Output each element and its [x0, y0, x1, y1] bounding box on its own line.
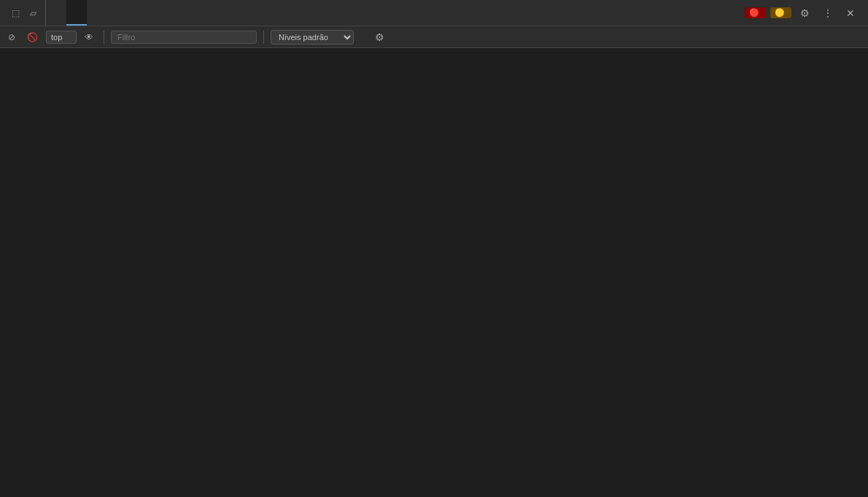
console-toolbar: ⊘ 🚫 top 👁 Níveis padrão ⚙ — [0, 26, 868, 48]
tab-performance-insights[interactable] — [250, 0, 271, 26]
tab-bar-right: 🔴 🟡 ⚙ ⋮ ✕ — [745, 6, 865, 20]
tab-bar: ⬚ ▱ 🔴 🟡 ⚙ ⋮ ✕ — [0, 0, 868, 26]
more-button[interactable]: ⋮ — [818, 6, 837, 20]
block-requests-button[interactable]: 🚫 — [23, 31, 42, 44]
tab-lighthouse[interactable] — [209, 0, 230, 26]
context-dropdown[interactable]: top — [46, 31, 77, 44]
tab-desempenho[interactable] — [128, 0, 148, 26]
tab-aplicativo[interactable] — [168, 0, 189, 26]
warning-badge[interactable]: 🟡 — [770, 7, 791, 18]
console-settings-button[interactable]: ⚙ — [371, 30, 388, 45]
filter-input[interactable] — [111, 31, 257, 44]
tab-rede[interactable] — [107, 0, 128, 26]
tab-elementos[interactable] — [46, 0, 66, 26]
close-devtools-button[interactable]: ✕ — [842, 6, 859, 20]
device-button[interactable]: ▱ — [27, 7, 39, 20]
toolbar-separator — [104, 31, 104, 44]
cursor-button[interactable]: ⬚ — [9, 7, 23, 20]
tab-seguranca[interactable] — [189, 0, 209, 26]
tab-recorder[interactable] — [230, 0, 250, 26]
toolbar-separator-2 — [263, 31, 264, 44]
log-levels-dropdown[interactable]: Níveis padrão — [271, 30, 354, 45]
console-output — [0, 48, 868, 497]
clear-console-button[interactable]: ⊘ — [4, 31, 19, 44]
error-badge[interactable]: 🔴 — [745, 7, 766, 18]
tab-console[interactable] — [66, 0, 87, 26]
tab-fontes[interactable] — [87, 0, 107, 26]
eye-button[interactable]: 👁 — [81, 31, 97, 44]
devtools-icons: ⬚ ▱ — [3, 0, 46, 26]
settings-button[interactable]: ⚙ — [796, 6, 814, 20]
tab-memoria[interactable] — [148, 0, 168, 26]
